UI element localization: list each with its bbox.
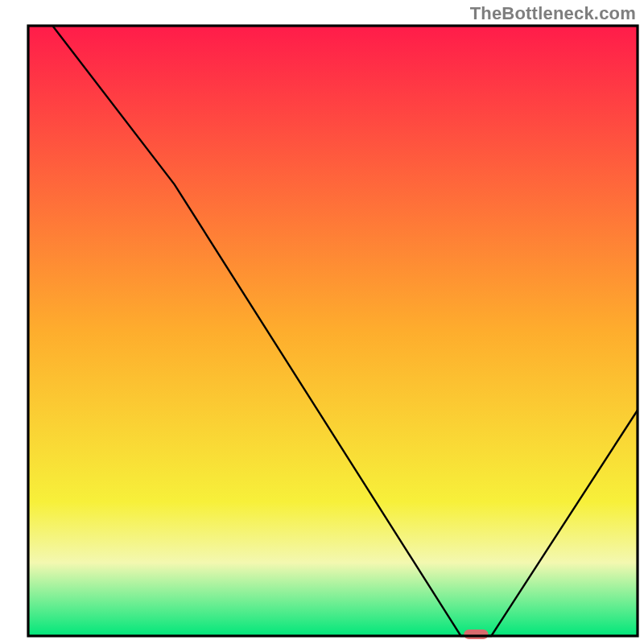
optimal-marker — [464, 630, 488, 639]
chart-stage: TheBottleneck.com — [0, 0, 644, 644]
bottleneck-chart — [0, 0, 644, 644]
plot-background — [28, 26, 638, 636]
